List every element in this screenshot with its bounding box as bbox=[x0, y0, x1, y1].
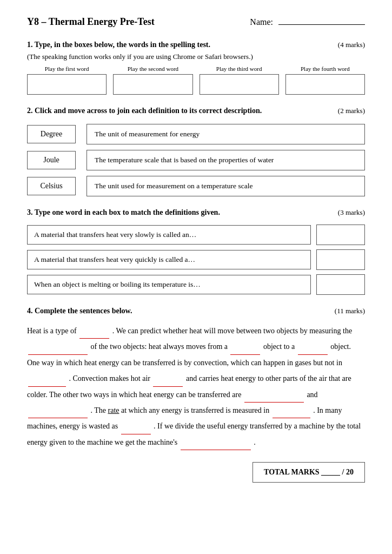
spelling-label-4: Play the fourth word bbox=[301, 65, 350, 72]
spelling-label-2: Play the second word bbox=[128, 65, 178, 72]
spelling-col-4: Play the fourth word bbox=[285, 65, 365, 95]
match-terms: Degree Joule Celsius bbox=[27, 124, 76, 196]
blank-3[interactable] bbox=[230, 354, 260, 355]
sent-p4: object to a bbox=[263, 342, 295, 351]
sentences-block: Heat is a type of . We can predict wheth… bbox=[27, 323, 365, 450]
word-desc-2: A material that transfers heat very quic… bbox=[27, 250, 311, 269]
sent-p2: . We can predict whether heat will move … bbox=[112, 327, 352, 335]
name-underline bbox=[278, 24, 365, 25]
blank-9[interactable] bbox=[273, 418, 310, 418]
match-definitions: The unit of measurement for energy The t… bbox=[87, 124, 365, 196]
word-row-3: When an object is melting or boiling its… bbox=[27, 274, 365, 295]
section2: 2. Click and move across to join each de… bbox=[27, 107, 365, 196]
def-water[interactable]: The temperature scale that is based on t… bbox=[87, 150, 365, 170]
section4-marks: (11 marks) bbox=[335, 307, 365, 315]
sent-p1: Heat is a type of bbox=[27, 327, 77, 335]
section1-marks: (4 marks) bbox=[338, 41, 365, 49]
section3: 3. Type one word in each box to match th… bbox=[27, 208, 365, 295]
name-line: Name: bbox=[250, 17, 365, 27]
section3-marks: (3 marks) bbox=[338, 208, 365, 217]
blank-7[interactable] bbox=[244, 402, 304, 403]
section4: 4. Complete the sentences below. (11 mar… bbox=[27, 307, 365, 450]
sent-p3: of the two objects: heat always moves fr… bbox=[91, 342, 228, 351]
word-row-2: A material that transfers heat very quic… bbox=[27, 249, 365, 270]
section1-title: 1. Type, in the boxes below, the words i… bbox=[27, 41, 210, 49]
term-degree[interactable]: Degree bbox=[27, 125, 76, 143]
def-temperature[interactable]: The unit used for measurement on a tempe… bbox=[87, 176, 365, 196]
total-marks-label: TOTAL MARKS _____ / 20 bbox=[264, 468, 354, 476]
word-input-3[interactable] bbox=[316, 274, 365, 295]
blank-11[interactable] bbox=[181, 450, 251, 450]
page-title: Y8 – Thermal Energy Pre-Test bbox=[27, 16, 155, 28]
section2-title: 2. Click and move across to join each de… bbox=[27, 107, 262, 115]
word-input-2[interactable] bbox=[316, 249, 365, 270]
spelling-input-3[interactable] bbox=[200, 74, 279, 95]
spelling-col-1: Play the first word bbox=[27, 65, 107, 95]
blank-2[interactable] bbox=[28, 354, 88, 355]
sent-rate: rate bbox=[108, 406, 119, 414]
total-marks-box: TOTAL MARKS _____ / 20 bbox=[253, 462, 365, 483]
spelling-input-2[interactable] bbox=[113, 74, 192, 95]
sent-p11: at which any energy is transferred is me… bbox=[121, 406, 269, 414]
blank-6[interactable] bbox=[153, 386, 183, 387]
word-row-1: A material that transfers heat very slow… bbox=[27, 225, 365, 245]
sent-p8: and bbox=[307, 391, 317, 399]
section4-title: 4. Complete the sentences below. bbox=[27, 307, 132, 315]
match-container: Degree Joule Celsius The unit of measure… bbox=[27, 124, 365, 196]
section1: 1. Type, in the boxes below, the words i… bbox=[27, 41, 365, 95]
word-input-1[interactable] bbox=[316, 225, 365, 245]
page-header: Y8 – Thermal Energy Pre-Test Name: bbox=[27, 16, 365, 28]
spelling-boxes: Play the first word Play the second word… bbox=[27, 65, 365, 95]
spelling-label-1: Play the first word bbox=[45, 65, 89, 72]
section3-title: 3. Type one word in each box to match th… bbox=[27, 208, 220, 217]
term-joule[interactable]: Joule bbox=[27, 151, 76, 169]
blank-10[interactable] bbox=[121, 434, 151, 434]
section2-marks: (2 marks) bbox=[338, 107, 365, 115]
blank-8[interactable] bbox=[28, 418, 88, 418]
word-desc-3: When an object is melting or boiling its… bbox=[27, 275, 311, 294]
spelling-label-3: Play the third word bbox=[216, 65, 262, 72]
term-celsius[interactable]: Celsius bbox=[27, 177, 76, 195]
blank-4[interactable] bbox=[298, 354, 328, 355]
sent-p14: . bbox=[254, 438, 256, 446]
name-label: Name: bbox=[250, 17, 273, 27]
def-energy[interactable]: The unit of measurement for energy bbox=[87, 124, 365, 144]
word-desc-1: A material that transfers heat very slow… bbox=[27, 225, 311, 245]
blank-5[interactable] bbox=[28, 386, 66, 387]
section1-subtitle: (The speaking function works only if you… bbox=[27, 52, 365, 61]
spelling-col-3: Play the third word bbox=[200, 65, 279, 95]
sent-p9: . The bbox=[91, 406, 107, 414]
spelling-col-2: Play the second word bbox=[113, 65, 192, 95]
word-match-rows: A material that transfers heat very slow… bbox=[27, 225, 365, 295]
blank-1[interactable] bbox=[79, 338, 109, 339]
spelling-input-1[interactable] bbox=[27, 74, 107, 95]
sent-p6: . Convection makes hot air bbox=[69, 374, 150, 382]
spelling-input-4[interactable] bbox=[285, 74, 365, 95]
total-marks-container: TOTAL MARKS _____ / 20 bbox=[27, 462, 365, 483]
